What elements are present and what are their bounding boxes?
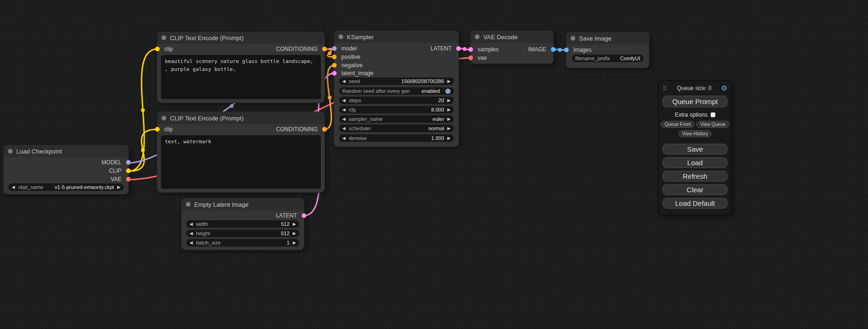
increment-arrow-icon[interactable]: ▶ <box>447 136 451 140</box>
decrement-arrow-icon[interactable]: ◀ <box>190 231 193 236</box>
widget-value: normal <box>428 126 444 131</box>
queue-menu-panel: ⠿ Queue size: 0 ⚙ Queue Prompt Extra opt… <box>658 80 732 215</box>
negative-input-port[interactable] <box>332 63 337 68</box>
vae-input-port[interactable] <box>468 56 473 60</box>
queue-prompt-button[interactable]: Queue Prompt <box>663 96 727 107</box>
collapse-dot-icon[interactable] <box>162 35 166 40</box>
node-clip-text-encode-negative[interactable]: CLIP Text Encode (Prompt) clip CONDITION… <box>157 112 325 192</box>
load-button[interactable]: Load <box>663 157 727 168</box>
slot-label: positive <box>341 54 360 60</box>
collapse-dot-icon[interactable] <box>8 149 13 154</box>
model-input-port[interactable] <box>332 46 337 51</box>
clip-input-port[interactable] <box>155 127 160 132</box>
node-title-bar[interactable]: CLIP Text Encode (Prompt) <box>157 32 325 44</box>
node-title-bar[interactable]: Empty Latent Image <box>182 198 304 210</box>
refresh-button[interactable]: Refresh <box>663 171 727 182</box>
decrement-arrow-icon[interactable]: ◀ <box>190 222 193 226</box>
conditioning-output-port[interactable] <box>322 127 327 132</box>
node-title-bar[interactable]: KSampler <box>334 31 459 43</box>
decrement-arrow-icon[interactable]: ◀ <box>342 126 346 131</box>
decrement-arrow-icon[interactable]: ◀ <box>342 98 346 103</box>
extra-options-label: Extra options <box>675 112 707 118</box>
increment-arrow-icon[interactable]: ▶ <box>447 108 451 112</box>
widget-cfg[interactable]: ◀ cfg 8.000 ▶ <box>339 106 454 113</box>
node-graph-canvas[interactable]: Load Checkpoint MODEL CLIP VAE ◀ ckpt_na… <box>0 0 868 329</box>
node-title-bar[interactable]: CLIP Text Encode (Prompt) <box>157 112 325 124</box>
collapse-dot-icon[interactable] <box>475 35 480 39</box>
node-ksampler[interactable]: KSampler model positive negative latent_… <box>334 31 459 147</box>
view-history-button[interactable]: View History <box>678 130 712 137</box>
negative-prompt-textarea[interactable]: text, watermark <box>161 135 321 189</box>
widget-width[interactable]: ◀ width 512 ▶ <box>186 220 299 228</box>
output-slot-model: MODEL <box>101 158 128 167</box>
node-vae-decode[interactable]: VAE Decode samples vae IMAGE <box>471 31 553 63</box>
extra-options-checkbox[interactable] <box>711 112 715 117</box>
decrement-arrow-icon[interactable]: ◀ <box>12 185 15 189</box>
widget-steps[interactable]: ◀ steps 20 ▶ <box>339 97 454 104</box>
load-default-button[interactable]: Load Default <box>663 198 727 209</box>
image-output-port[interactable] <box>551 47 556 52</box>
view-queue-button[interactable]: View Queue <box>696 121 729 128</box>
output-slot-latent: LATENT <box>430 44 459 53</box>
conditioning-output-port[interactable] <box>322 47 327 51</box>
node-title-bar[interactable]: Save Image <box>566 32 649 44</box>
widget-height[interactable]: ◀ height 512 ▶ <box>186 230 299 237</box>
latent-output-port[interactable] <box>456 46 461 51</box>
widget-seed[interactable]: ◀ seed 156680208700286 ▶ <box>339 77 454 85</box>
toggle-knob[interactable] <box>445 89 451 94</box>
node-empty-latent-image[interactable]: Empty Latent Image LATENT ◀ width 512 ▶ … <box>182 198 304 250</box>
node-load-checkpoint[interactable]: Load Checkpoint MODEL CLIP VAE ◀ ckpt_na… <box>4 145 128 194</box>
widget-value: 156680208700286 <box>401 78 444 84</box>
samples-input-port[interactable] <box>468 47 473 52</box>
increment-arrow-icon[interactable]: ▶ <box>447 98 451 103</box>
widget-name-label: cfg <box>349 107 356 112</box>
node-clip-text-encode-positive[interactable]: CLIP Text Encode (Prompt) clip CONDITION… <box>157 32 325 103</box>
widget-name-label: filename_prefix <box>575 56 610 61</box>
latent-image-input-port[interactable] <box>332 71 337 76</box>
increment-arrow-icon[interactable]: ▶ <box>447 117 451 121</box>
collapse-dot-icon[interactable] <box>571 36 575 41</box>
widget-sampler-name[interactable]: ◀ sampler_name euler ▶ <box>339 115 454 123</box>
model-output-port[interactable] <box>126 160 131 165</box>
increment-arrow-icon[interactable]: ▶ <box>117 185 120 189</box>
node-save-image[interactable]: Save Image images filename_prefix ComfyU… <box>566 32 649 68</box>
increment-arrow-icon[interactable]: ▶ <box>293 241 296 245</box>
node-title-bar[interactable]: VAE Decode <box>471 31 553 43</box>
node-title-bar[interactable]: Load Checkpoint <box>4 145 128 157</box>
decrement-arrow-icon[interactable]: ◀ <box>342 117 346 121</box>
widget-batch-size[interactable]: ◀ batch_size 1 ▶ <box>186 239 299 246</box>
collapse-dot-icon[interactable] <box>186 202 191 207</box>
increment-arrow-icon[interactable]: ▶ <box>447 79 451 84</box>
increment-arrow-icon[interactable]: ▶ <box>447 126 451 131</box>
increment-arrow-icon[interactable]: ▶ <box>293 231 296 236</box>
widget-filename-prefix[interactable]: filename_prefix ComfyUI <box>572 55 643 62</box>
widget-denoise[interactable]: ◀ denoise 1.000 ▶ <box>339 134 454 142</box>
collapse-dot-icon[interactable] <box>162 116 166 120</box>
collapse-dot-icon[interactable] <box>339 35 343 39</box>
positive-input-port[interactable] <box>332 55 337 59</box>
widget-name-label: scheduler <box>349 126 371 131</box>
widget-random-seed-toggle[interactable]: Random seed after every gen enabled <box>339 87 454 95</box>
vae-output-port[interactable] <box>126 177 131 182</box>
clip-input-port[interactable] <box>155 47 160 51</box>
widget-ckpt-name[interactable]: ◀ ckpt_name v1-5-pruned-emaonly.ckpt ▶ <box>8 183 124 191</box>
positive-prompt-textarea[interactable]: beautiful scenery nature glass bottle la… <box>161 55 321 99</box>
latent-output-port[interactable] <box>302 213 306 218</box>
save-button[interactable]: Save <box>663 144 727 154</box>
spacer <box>663 140 727 144</box>
settings-gear-icon[interactable]: ⚙ <box>721 84 727 92</box>
drag-handle-icon[interactable]: ⠿ <box>663 85 667 92</box>
decrement-arrow-icon[interactable]: ◀ <box>190 241 193 245</box>
decrement-arrow-icon[interactable]: ◀ <box>342 136 346 140</box>
images-input-port[interactable] <box>564 48 569 52</box>
decrement-arrow-icon[interactable]: ◀ <box>342 108 346 112</box>
widget-value: 1.000 <box>431 135 445 141</box>
clip-output-port[interactable] <box>126 168 131 173</box>
decrement-arrow-icon[interactable]: ◀ <box>342 79 346 84</box>
widget-scheduler[interactable]: ◀ scheduler normal ▶ <box>339 125 454 132</box>
input-slot-samples: samples <box>471 45 499 54</box>
clear-button[interactable]: Clear <box>663 184 727 195</box>
queue-front-button[interactable]: Queue Front <box>661 121 694 128</box>
queue-size-label: Queue size: 0 <box>667 85 721 91</box>
increment-arrow-icon[interactable]: ▶ <box>293 222 296 226</box>
